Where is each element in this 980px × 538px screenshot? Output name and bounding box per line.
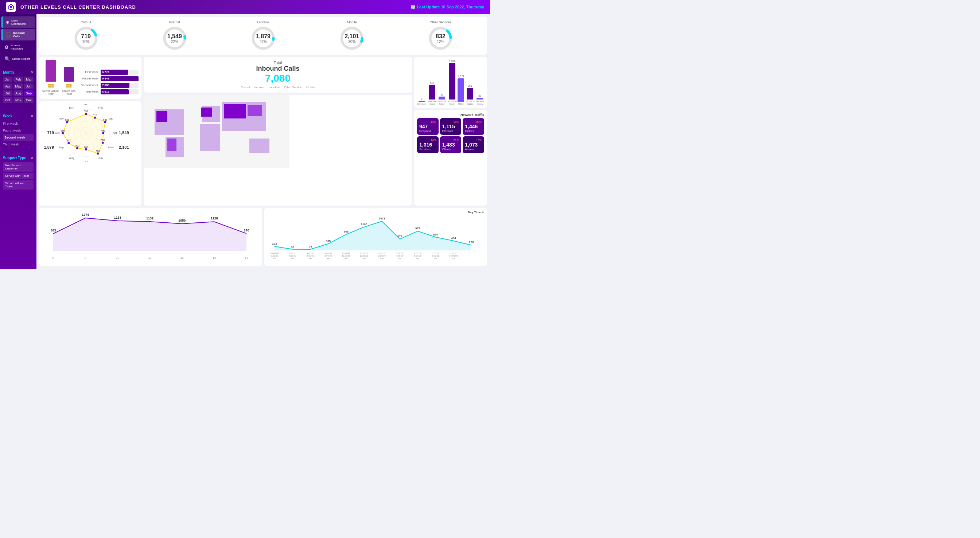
month-btn-apr[interactable]: Apr — [3, 83, 13, 89]
network-val: 1,446 — [465, 124, 482, 129]
network-pct: 14% — [419, 138, 436, 142]
support-section: Support Type ✕ Non Served CustomerServed… — [0, 154, 37, 193]
weekly-bar-row: Second week 7,080 — [78, 83, 138, 88]
month-btn-jun[interactable]: Jun — [24, 83, 33, 89]
rbar-label: Financial inquiry — [427, 100, 436, 105]
main-layout: ⊞ Main Dashboard 🎧 Inbound Calls ⚙ Human… — [0, 14, 490, 269]
weekly-bars: First week 6,774 Fourth week 9,348 Secon… — [78, 70, 138, 96]
week-item-first-week[interactable]: First week — [3, 120, 33, 127]
donut-pct: 12% — [436, 40, 445, 44]
support-item[interactable]: Served with Ticket — [3, 173, 33, 179]
vbar-label-no-ticket: Served withoutTicket — [42, 90, 59, 96]
day-time-label: Day Time ✦ — [267, 211, 484, 214]
network-grid: 13% 947 Respond 16% 1,115 Ethernet 20% 1… — [417, 118, 484, 153]
network-card-services: 14% 1,016 Services — [417, 136, 439, 153]
weekly-bar-track: 6,916 — [100, 89, 138, 94]
logo — [6, 2, 16, 12]
month-btn-jan[interactable]: Jan — [3, 76, 13, 83]
month-btn-may[interactable]: May — [13, 83, 23, 89]
line-chart-right: Day Time ✦ — [264, 208, 487, 266]
week-list: First weekFourth weekSecond weekThird we… — [3, 120, 33, 148]
weekly-bar-val: 6,774 — [102, 70, 110, 74]
rbar-val: 961 — [468, 84, 472, 87]
network-section: Network Traffic 13% 947 Respond 16% 1,11… — [414, 110, 487, 205]
month-btn-aug[interactable]: Aug — [13, 91, 23, 96]
rbar-label: Technical inquiry — [465, 100, 474, 105]
filter-icon[interactable]: ✕ — [30, 70, 33, 74]
donut-other-services: Other Services 832 12% — [428, 21, 453, 51]
month-btn-feb[interactable]: Feb — [13, 76, 23, 83]
rbar-item: 82 Financial Issue — [438, 93, 446, 105]
donut-wrap: 1,879 27% — [250, 25, 276, 51]
total-value: 7,080 — [265, 73, 291, 84]
sub-landline: Landline — [269, 86, 280, 89]
right-bar-chart: 4 Complain 442 Financial inquiry 82 Fina… — [414, 57, 487, 108]
week-item-third-week[interactable]: Third week — [3, 141, 33, 148]
week-item-fourth-week[interactable]: Fourth week — [3, 127, 33, 134]
week-filter-icon[interactable]: ✕ — [30, 114, 33, 118]
weekly-bar-row: First week 6,774 — [78, 70, 138, 75]
month-title: Month ✕ — [3, 70, 33, 74]
rbar-col — [477, 98, 483, 100]
content: Curcuit 719 10% Internet 1,549 22% Landl… — [37, 14, 490, 269]
weekly-bar-label: Fourth week — [78, 77, 99, 80]
rbar-label: General inquiry — [476, 100, 484, 105]
network-pct: 20% — [465, 120, 482, 124]
donut-wrap: 1,549 22% — [162, 25, 188, 51]
month-btn-jul[interactable]: Jul — [3, 91, 13, 96]
vbar-no-ticket: 🎫 Served withoutTicket — [42, 60, 59, 96]
sidebar-label-inbound: Inbound Calls — [13, 31, 32, 38]
support-filter-icon[interactable]: ✕ — [30, 156, 33, 160]
support-item[interactable]: Served without Ticket — [3, 180, 33, 189]
donut-internet: Internet 1,549 22% — [162, 21, 188, 51]
total-title: Inbound Calls — [256, 65, 300, 73]
sidebar-item-status[interactable]: 🔍 Status Report — [2, 54, 35, 64]
bar-section: 🎫 Served withoutTicket 🎫 Served withTick… — [40, 57, 142, 99]
total-and-bar: Total Inbound Calls 7,080 Curcuit Intern… — [144, 57, 412, 92]
month-btn-dec[interactable]: Dec — [24, 97, 33, 103]
network-label: Alarms — [465, 148, 482, 151]
weekly-bar-row: Third week 6,916 — [78, 89, 138, 94]
network-label: Ethernet — [442, 129, 460, 133]
donut-value: 1,549 — [167, 33, 182, 40]
sidebar-label-hr: Human Resource — [11, 44, 32, 50]
header: OTHER LEVELS CALL CENTER DASHBOARD 🔄 Las… — [0, 0, 490, 14]
sidebar-item-main[interactable]: ⊞ Main Dashboard — [2, 16, 35, 28]
support-title: Support Type ✕ — [3, 156, 33, 160]
month-btn-oct[interactable]: Oct — [3, 97, 13, 103]
network-pct: 16% — [442, 120, 460, 124]
network-card-orders: 20% 1,446 Orders — [463, 118, 484, 135]
rbar-col — [418, 101, 425, 102]
donut-value: 1,879 — [256, 33, 270, 40]
header-update: 🔄 Last Update 10 Sep 2022, Thursday — [410, 5, 484, 10]
month-grid: JanFebMarAprMayJunJulAugSepOctNovDec — [3, 76, 33, 103]
network-pct: 15% — [465, 138, 482, 142]
month-btn-nov[interactable]: Nov — [13, 97, 23, 103]
support-item[interactable]: Non Served Customer — [3, 162, 33, 172]
month-btn-mar[interactable]: Mar — [24, 76, 33, 83]
grid-icon: ⊞ — [5, 20, 10, 25]
month-btn-sep[interactable]: Sep — [24, 91, 33, 96]
week-item-second-week[interactable]: Second week — [3, 134, 33, 141]
vbar-col-with-ticket — [64, 67, 74, 82]
vbar-col-no-ticket — [46, 60, 56, 82]
bottom-row: Day Time ✦ — [40, 208, 487, 266]
donut-label: Curcuit — [81, 21, 91, 24]
vbar-with-ticket: 🎫 Served withTicket — [62, 67, 75, 96]
app-container: OTHER LEVELS CALL CENTER DASHBOARD 🔄 Las… — [0, 0, 490, 269]
donut-pct: 22% — [167, 40, 182, 44]
vertical-bars: 🎫 Served withoutTicket 🎫 Served withTick… — [42, 60, 75, 96]
sidebar-item-hr[interactable]: ⚙ Human Resource — [2, 41, 35, 53]
middle-row: 🎫 Served withoutTicket 🎫 Served withTick… — [40, 57, 487, 205]
sidebar: ⊞ Main Dashboard 🎧 Inbound Calls ⚙ Human… — [0, 14, 37, 269]
update-date: 10 Sep 2022, Thursday — [441, 5, 484, 9]
sidebar-item-inbound[interactable]: 🎧 Inbound Calls — [2, 29, 35, 40]
donut-row: Curcuit 719 10% Internet 1,549 22% Landl… — [40, 17, 487, 55]
network-label: Orders — [465, 129, 482, 133]
donut-value: 2,101 — [345, 33, 359, 40]
weekly-bar-label: First week — [78, 70, 99, 74]
donut-landline: Landline 1,879 27% — [250, 21, 276, 51]
sub-curcuit: Curcuit — [240, 86, 250, 89]
network-title: Network Traffic — [417, 113, 484, 117]
weekly-bar-fill: 6,774 — [100, 70, 128, 75]
